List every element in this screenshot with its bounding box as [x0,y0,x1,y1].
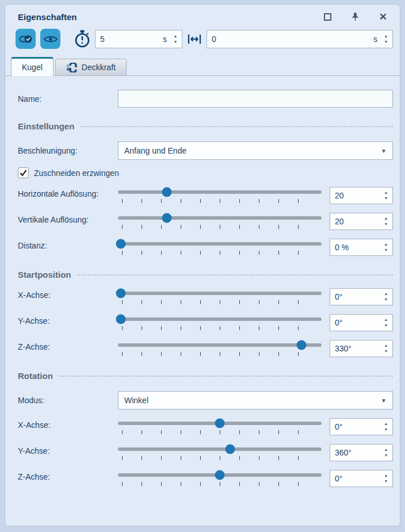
slider-ticks [118,482,322,487]
start-x-slider[interactable] [118,288,322,305]
section-startposition: Startposition [18,270,393,280]
spin-down-icon[interactable]: ▼ [384,350,388,353]
spin-up-icon[interactable]: ▲ [384,35,388,38]
name-label: Name: [18,94,118,104]
slider-thumb[interactable] [162,213,171,223]
spin-down-icon[interactable]: ▼ [384,428,388,431]
distanz-spinbox[interactable]: 0 % ▲ ▼ [330,239,393,256]
slider-thumb[interactable] [225,445,235,454]
vres-value[interactable]: 20 [330,217,381,226]
preview-button[interactable] [40,29,60,49]
float-window-icon[interactable] [324,13,331,21]
opacity-tab-icon [66,63,78,72]
section-divider [77,274,393,275]
spin-up-icon[interactable]: ▲ [384,243,388,246]
start-y-row: Y-Achse: 0° ▲ ▼ [18,314,393,331]
slider-thumb[interactable] [162,187,171,197]
start-z-spinbox[interactable]: 330° ▲ ▼ [330,340,393,357]
slider-thumb[interactable] [116,315,126,324]
tab-kugel-label: Kugel [22,63,43,72]
hres-label: Horizontale Auflösung: [18,187,118,198]
rot-z-slider[interactable] [118,470,322,487]
spin-up-icon[interactable]: ▲ [384,318,388,322]
toggle-check-icon [19,33,33,45]
rot-x-spinbox[interactable]: 0° ▲ ▼ [330,418,393,435]
spin-up-icon[interactable]: ▲ [384,292,388,296]
start-x-spinbox[interactable]: 0° ▲ ▼ [330,288,393,305]
modus-value: Winkel [124,396,381,405]
start-y-slider[interactable] [118,314,322,331]
duration-value[interactable]: 5 [95,35,163,44]
offset-value[interactable]: 0 [207,35,373,44]
slider-track [118,343,322,347]
spin-up-icon[interactable]: ▲ [174,35,178,38]
hres-slider[interactable] [118,187,322,204]
slider-ticks [118,326,322,331]
slider-track [118,447,322,451]
spin-up-icon[interactable]: ▲ [384,344,388,347]
rot-y-row: Y-Achse: 360° ▲ ▼ [18,444,393,461]
slider-thumb[interactable] [296,340,306,350]
distanz-value[interactable]: 0 % [330,243,381,252]
hres-value[interactable]: 20 [330,191,381,200]
section-divider [80,126,393,127]
spin-down-icon[interactable]: ▼ [384,298,388,301]
offset-spinbox[interactable]: 0 s ▲ ▼ [207,30,393,48]
slider-thumb[interactable] [116,289,126,298]
start-z-value[interactable]: 330° [330,344,381,353]
rot-y-value[interactable]: 360° [330,448,381,457]
toggle-effect-button[interactable] [16,29,36,49]
spin-down-icon[interactable]: ▼ [384,480,388,483]
start-x-value[interactable]: 0° [330,292,381,301]
beschleunigung-row: Beschleunigung: Anfang und Ende ▼ [18,141,393,160]
slider-track [118,242,322,246]
spin-up-icon[interactable]: ▲ [384,448,388,451]
slider-thumb[interactable] [116,239,126,249]
zuschneiden-checkbox[interactable] [18,167,29,178]
beschleunigung-dropdown[interactable]: Anfang und Ende ▼ [118,141,393,160]
spin-down-icon[interactable]: ▼ [384,40,388,44]
tab-bar: Kugel Deckkraft [5,57,400,76]
start-y-spinbox[interactable]: 0° ▲ ▼ [330,314,393,331]
spin-down-icon[interactable]: ▼ [384,324,388,327]
rot-z-spinbox[interactable]: 0° ▲ ▼ [330,470,393,487]
start-x-row: X-Achse: 0° ▲ ▼ [18,288,393,305]
vres-slider[interactable] [118,213,322,229]
rot-z-row: Z-Achse: 0° ▲ ▼ [18,470,393,487]
rot-z-value[interactable]: 0° [330,474,381,483]
zuschneiden-label: Zuschneiden erzwingen [34,169,119,178]
hres-row: Horizontale Auflösung: 20 ▲ ▼ [18,187,393,204]
rot-y-slider[interactable] [118,444,322,461]
rot-x-slider[interactable] [118,418,322,435]
window-frame: Eigenschaften ✕ [0,0,405,532]
spin-down-icon[interactable]: ▼ [174,40,178,44]
tab-kugel[interactable]: Kugel [11,57,54,76]
hres-spinbox[interactable]: 20 ▲ ▼ [330,187,393,204]
duration-spinbox[interactable]: 5 s ▲ ▼ [95,30,182,48]
slider-ticks [118,251,322,255]
start-y-value[interactable]: 0° [330,318,381,327]
spin-up-icon[interactable]: ▲ [384,422,388,426]
rot-x-value[interactable]: 0° [330,422,381,431]
close-icon[interactable]: ✕ [379,12,387,22]
spin-down-icon[interactable]: ▼ [384,454,388,457]
modus-dropdown[interactable]: Winkel ▼ [118,391,393,409]
slider-thumb[interactable] [215,419,225,428]
distanz-slider[interactable] [118,239,322,255]
name-input[interactable] [118,90,393,108]
offset-spinner: ▲ ▼ [381,35,392,44]
start-z-slider[interactable] [118,340,322,357]
spin-down-icon[interactable]: ▼ [384,248,388,252]
spin-down-icon[interactable]: ▼ [384,197,388,200]
pin-icon[interactable] [350,12,360,22]
section-title: Startposition [18,270,71,280]
vres-spinbox[interactable]: 20 ▲ ▼ [330,213,393,230]
rot-y-spinbox[interactable]: 360° ▲ ▼ [330,444,393,461]
slider-thumb[interactable] [215,470,225,480]
spin-up-icon[interactable]: ▲ [384,474,388,477]
rot-x-row: X-Achse: 0° ▲ ▼ [18,418,393,435]
spin-up-icon[interactable]: ▲ [384,217,388,220]
spin-up-icon[interactable]: ▲ [384,191,388,194]
spin-down-icon[interactable]: ▼ [384,223,388,226]
tab-deckkraft[interactable]: Deckkraft [55,59,127,75]
